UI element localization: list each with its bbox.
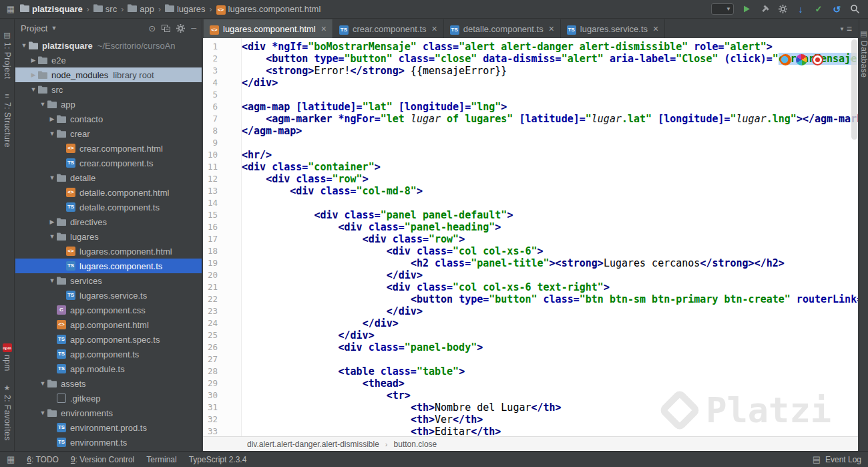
tree-item-node-modules[interactable]: ▶node_moduleslibrary root (15, 67, 202, 82)
line-number: 21 (203, 281, 242, 293)
tree-item-app-component-css[interactable]: Capp.component.css (15, 303, 202, 317)
tool-button-npm[interactable]: npmnpm (3, 343, 12, 371)
chevron-right-icon[interactable]: ▶ (29, 71, 38, 78)
tree-item-app-component-ts[interactable]: TSapp.component.ts (15, 347, 202, 361)
tree-item-label: app.component.html (70, 320, 149, 330)
tool-button-1-project[interactable]: ▤1: Project (3, 31, 12, 80)
locate-icon[interactable]: ⊙ (148, 23, 156, 33)
vcs-commit-icon[interactable]: ✓ (813, 3, 824, 15)
search-icon[interactable] (849, 3, 860, 15)
run-config-dropdown[interactable]: ▼ (711, 3, 734, 15)
chevron-down-icon[interactable]: ▼ (47, 277, 57, 284)
tab-detalle-component-ts[interactable]: TSdetalle.component.ts× (444, 19, 561, 38)
breadcrumb-item-lugares-component-html[interactable]: <>lugares.component.html (216, 3, 321, 15)
hide-icon[interactable]: ─ (191, 24, 196, 32)
code-token: "row" (332, 173, 362, 185)
tree-item-lugares-component-html[interactable]: <>lugares.component.html (15, 244, 202, 259)
tab-lugares-component-html[interactable]: <>lugares.component.html× (204, 19, 333, 38)
code-line: 16 <div class="panel-heading"> (203, 221, 858, 233)
tree-item-e2e[interactable]: ▶e2e (15, 53, 202, 67)
chevron-down-icon[interactable]: ▼ (19, 42, 29, 49)
tool-button-2-favorites[interactable]: ★2: Favorites (3, 383, 12, 441)
settings-icon[interactable] (176, 24, 185, 33)
tree-item-contacto[interactable]: ▶contacto (15, 112, 202, 126)
tool-button-database[interactable]: ▤Database (859, 29, 868, 77)
code-line: 20 </div> (203, 269, 858, 281)
code-editor[interactable]: 1<div *ngIf="boMostrarMensaje" class="al… (203, 38, 858, 436)
tab-crear-component-ts[interactable]: TScrear.component.ts× (333, 19, 444, 38)
settings-icon[interactable] (777, 3, 788, 15)
tool-window-switcher-icon[interactable]: ▦ (7, 454, 15, 464)
tree-item-crear[interactable]: ▼crear (15, 126, 202, 141)
close-icon[interactable]: × (321, 23, 327, 34)
color-wheel-icon[interactable] (796, 54, 807, 65)
tree-item-app-component-html[interactable]: <>app.component.html (15, 317, 202, 332)
tree-item-environments[interactable]: ▼environments (15, 406, 202, 420)
tool-button-7-structure[interactable]: ≡7: Structure (3, 92, 12, 148)
tree-item-services[interactable]: ▼services (15, 273, 202, 288)
chevron-down-icon[interactable]: ▼ (38, 380, 47, 387)
tree-item-lugares[interactable]: ▼lugares (15, 229, 202, 244)
tree-item-detalle[interactable]: ▼detalle (15, 170, 202, 185)
code-text: <div class="row"> (242, 233, 858, 245)
statusbar-item-9-version-control[interactable]: 9: Version Control (71, 455, 134, 464)
chevron-right-icon[interactable]: ▶ (29, 57, 38, 63)
tree-item-crear-component-html[interactable]: <>crear.component.html (15, 141, 202, 156)
tree-item-gitkeep[interactable]: .gitkeep (15, 391, 202, 406)
collapse-all-icon[interactable] (162, 24, 170, 33)
close-icon[interactable]: × (432, 23, 437, 34)
statusbar-item-terminal[interactable]: Terminal (146, 455, 176, 464)
tree-item-app-module-ts[interactable]: TSapp.module.ts (15, 361, 202, 376)
npm-icon: npm (3, 343, 12, 353)
tab-list-icon[interactable]: ▼≡ (839, 19, 858, 38)
chevron-down-icon[interactable]: ▼ (38, 410, 47, 416)
chevron-down-icon[interactable]: ▼ (38, 101, 47, 108)
breadcrumb-element-div-alert-alert-danger-alert-dismissible[interactable]: div.alert.alert-danger.alert-dismissible (247, 440, 379, 449)
run-button[interactable] (741, 3, 752, 15)
breadcrumb-item-app[interactable]: app (128, 4, 154, 14)
spec-file-icon: TS (57, 335, 66, 344)
tree-item-assets[interactable]: ▼assets (15, 376, 202, 391)
chevron-down-icon[interactable]: ▼ (47, 233, 57, 240)
tab-lugares-service-ts[interactable]: TSlugares.service.ts× (561, 19, 665, 38)
breadcrumb-item-lugares[interactable]: lugares (165, 4, 206, 14)
tree-item-detalle-component-html[interactable]: <>detalle.component.html (15, 185, 202, 200)
tree-item-lugares-component-ts[interactable]: TSlugares.component.ts (15, 259, 202, 273)
tree-item-app[interactable]: ▼app (15, 97, 202, 112)
chevron-down-icon[interactable]: ▼ (47, 130, 57, 137)
tree-item-platzisquare[interactable]: ▼platzisquare~/Escritorio/cursoAn (15, 38, 202, 53)
chevron-down-icon[interactable]: ▼ (47, 174, 57, 181)
tool-button-label: 1: Project (3, 42, 12, 80)
breadcrumb-element-button-close[interactable]: button.close (394, 440, 437, 449)
editor-breadcrumb-bar: div.alert.alert-danger.alert-dismissible… (203, 436, 858, 451)
chevron-right-icon[interactable]: ▶ (47, 116, 57, 122)
tree-item-detalle-component-ts[interactable]: TSdetalle.component.ts (15, 200, 202, 214)
close-icon[interactable]: × (549, 23, 554, 34)
statusbar-item-typescript-2-3-4[interactable]: TypeScript 2.3.4 (189, 455, 247, 464)
chevron-down-icon[interactable]: ▼ (29, 86, 38, 93)
tree-item-environment-ts[interactable]: TSenvironment.ts (15, 435, 202, 450)
code-token: <th> (411, 402, 435, 414)
statusbar-item-6-todo[interactable]: 6: TODO (27, 455, 59, 464)
vcs-update-icon[interactable]: ↓ (795, 3, 806, 15)
build-icon[interactable] (759, 3, 770, 15)
close-icon[interactable]: × (653, 23, 658, 34)
firefox-icon[interactable] (780, 54, 791, 65)
chevron-right-icon[interactable]: ▶ (47, 218, 57, 225)
vcs-revert-icon[interactable]: ↺ (831, 3, 842, 15)
screen-record-icon[interactable] (812, 54, 823, 65)
statusbar-item-event-log[interactable]: Event Log (825, 455, 861, 464)
tree-item-lugares-service-ts[interactable]: TSlugares.service.ts (15, 288, 202, 303)
breadcrumb-item-src[interactable]: src (93, 4, 117, 14)
code-token: [longitude]= (399, 101, 471, 113)
tree-item-src[interactable]: ▼src (15, 82, 202, 97)
tree-item-crear-component-ts[interactable]: TScrear.component.ts (15, 156, 202, 170)
tree-item-directives[interactable]: ▶directives (15, 214, 202, 229)
editor-scrollbar[interactable] (851, 39, 857, 140)
tree-item-app-component-spec-ts[interactable]: TSapp.component.spec.ts (15, 332, 202, 347)
project-view-selector[interactable]: Project ▼ (21, 23, 57, 33)
tree-item-environment-prod-ts[interactable]: TSenvironment.prod.ts (15, 420, 202, 435)
code-token: > (459, 233, 465, 245)
breadcrumb-item-platzisquare[interactable]: platzisquare (20, 4, 83, 14)
ts-file-icon: TS (66, 261, 75, 271)
